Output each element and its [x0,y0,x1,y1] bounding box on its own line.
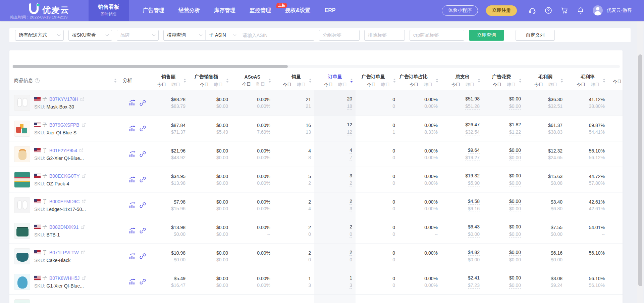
group-tag-select[interactable]: 分组标签 [319,30,360,41]
brand-select[interactable]: 品牌 [117,30,159,41]
asin-link[interactable]: B07KYV178H [49,96,78,102]
user-avatar[interactable] [593,5,603,15]
trend-chart-icon[interactable] [129,202,136,209]
nav-item-inventory[interactable]: 库存管理 [214,7,235,14]
column-header-广告销售额[interactable]: 广告销售额今日昨日 [189,71,231,90]
external-link-icon[interactable] [81,250,85,255]
value-cell-广告花费[interactable]: $0.00$0.00 [483,269,524,294]
value-cell-广告花费[interactable]: $0.00$0.00 [483,141,524,167]
cart-icon[interactable] [560,6,569,14]
value-cell-总支出[interactable]: $51.98$51.28 [441,90,483,116]
sort-carets[interactable] [309,79,312,83]
custom-columns-button[interactable]: 自定义列 [516,30,555,41]
value-cell-广告花费[interactable]: $1.82$1.22 [483,116,524,141]
asin-link[interactable]: B071LPVLTW [49,250,79,255]
trend-chart-icon[interactable] [129,151,136,158]
horizontal-scrollbar-thumb[interactable] [13,65,288,68]
asin-link[interactable]: B07K8WHH5J [49,275,79,281]
value-cell-订单量[interactable]: 2018 [314,90,356,116]
column-header-ASoAS[interactable]: ASoAS今日昨日 [231,71,274,90]
vertical-scrollbar[interactable] [637,21,643,303]
trend-chart-icon[interactable] [129,278,136,285]
value-cell-总支出[interactable]: $9.64$19.27 [441,141,483,167]
value-cell-订单量[interactable]: 23 [314,192,356,218]
value-cell-广告花费[interactable]: $0.00$0.00 [483,192,524,218]
nav-item-analysis[interactable]: 经营分析 [178,7,200,14]
nav-item-erp[interactable]: ERP [325,7,336,13]
asin-input[interactable] [239,30,314,40]
sort-carets[interactable] [519,79,522,83]
value-cell-广告花费[interactable]: $0.00$0.00 [483,167,524,192]
value-cell-广告花费[interactable]: $0.00$0.00 [483,90,524,116]
value-cell-订单量[interactable]: 47 [314,141,356,167]
sort-carets[interactable] [603,79,605,83]
sort-carets[interactable] [393,79,396,83]
external-link-icon[interactable] [82,123,86,127]
trend-chart-icon[interactable] [129,125,136,132]
trend-chart-icon[interactable] [129,99,136,106]
sort-carets[interactable] [114,79,117,83]
column-header-毛利率[interactable]: 毛利率今日昨日 [566,71,608,90]
delivery-method-select[interactable]: 所有配送方式 [15,30,64,41]
asin-link[interactable]: B082DNXK91 [49,224,78,230]
column-header-毛利润[interactable]: 毛利润今日昨日 [524,71,566,90]
value-cell-订单量[interactable]: 20 [314,244,356,269]
value-cell-总支出[interactable]: $19.32$5.90 [441,167,483,192]
nav-item-sales-dashboard[interactable]: 销售看板 即时销售 [89,0,129,21]
value-cell-总支出[interactable]: $6.43$0.00 [441,218,483,243]
help-circle-icon[interactable]: ? [35,78,40,83]
column-header-广告订单占比[interactable]: 广告订单占比今日昨日 [398,71,441,90]
column-header-广告订单量[interactable]: 广告订单量今日昨日 [356,71,398,90]
column-header-订单量[interactable]: 订单量今日昨日 [314,71,356,90]
register-button[interactable]: 立即注册 [486,5,517,16]
asin-type-select[interactable]: 子 ASIN [206,30,239,40]
fuzzy-query-select[interactable]: 模糊查询 [164,30,206,40]
bell-icon[interactable] [577,6,585,14]
horizontal-scrollbar[interactable] [12,65,620,68]
sort-carets[interactable] [436,79,438,83]
query-button[interactable]: 立即查询 [469,30,504,41]
help-icon[interactable] [544,6,552,14]
value-cell-总支出[interactable]: $17.88 [441,295,483,303]
column-header-广告花费[interactable]: 广告花费今日昨日 [483,71,524,90]
sort-carets[interactable] [268,79,271,83]
nav-item-ads[interactable]: 广告管理 [143,7,164,14]
sort-carets[interactable] [350,79,353,83]
nav-item-auth-settings[interactable]: 授权&设置 [285,7,311,14]
column-header-总支出[interactable]: 总支出今日昨日 [441,71,483,90]
sort-carets[interactable] [478,79,480,83]
value-cell-总支出[interactable]: $26.47$32.54 [441,116,483,141]
trend-chart-icon[interactable] [129,253,136,260]
external-link-icon[interactable] [79,148,84,153]
external-link-icon[interactable] [82,199,86,204]
column-header-销售额[interactable]: 销售额今日昨日 [145,71,189,90]
sort-carets[interactable] [226,79,229,83]
external-link-icon[interactable] [80,97,85,101]
value-cell-总支出[interactable]: $4.58$9.16 [441,192,483,218]
value-cell-订单量[interactable]: 13 [314,269,356,294]
vertical-scrollbar-thumb[interactable] [638,54,642,286]
value-cell-总支出[interactable]: $2.41$7.23 [441,269,483,294]
value-cell-广告花费[interactable]: $0.00$0.00 [483,244,524,269]
exclude-tag-select[interactable]: 排除标签 [364,30,405,41]
view-by-select[interactable]: 按SKU查看 [68,30,112,41]
external-link-icon[interactable] [82,174,86,178]
value-cell-订单量[interactable]: 32 [314,167,356,192]
sort-carets[interactable] [560,79,563,83]
asin-link[interactable]: B000EFMD9C [49,199,79,204]
erp-tag-select[interactable]: erp商品标签 [410,30,464,41]
column-header-销量[interactable]: 销量今日昨日 [274,71,314,90]
user-name[interactable]: 优麦云-游客 [607,7,632,13]
nav-item-monitor[interactable]: 监控管理 [250,7,271,14]
value-cell-订单量[interactable]: 20 [314,218,356,243]
value-cell-总支出[interactable]: $4.82$0.00 [441,244,483,269]
customer-service-icon[interactable] [528,6,536,14]
asin-link[interactable]: B079GXSFPB [49,122,79,128]
asin-link[interactable]: B01F2YP954 [49,148,77,153]
asin-link[interactable]: B00ECKG0TY [49,173,79,179]
value-cell-订单量[interactable]: 1 [314,295,356,303]
column-header-next[interactable]: 今日昨日 [608,71,623,90]
sort-carets[interactable] [183,79,186,83]
trend-chart-icon[interactable] [129,227,136,234]
value-cell-广告花费[interactable]: $0.00$0.00 [483,218,524,243]
